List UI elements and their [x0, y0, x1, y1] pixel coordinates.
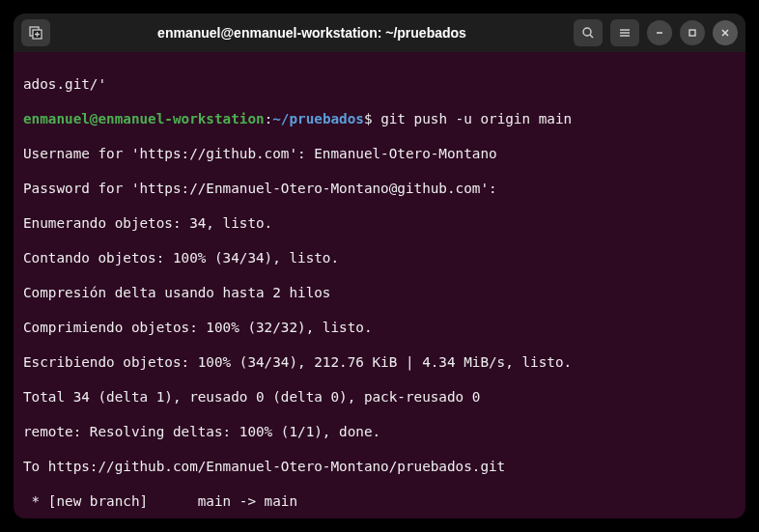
output-line: Total 34 (delta 1), reusado 0 (delta 0),… — [23, 388, 736, 406]
prompt-path: ~/pruebados — [272, 111, 364, 126]
output-line: Escribiendo objetos: 100% (34/34), 212.7… — [23, 353, 736, 371]
close-button[interactable] — [713, 20, 738, 45]
output-line: Username for 'https://github.com': Enman… — [23, 145, 736, 162]
prompt-line: enmanuel@enmanuel-workstation:~/pruebado… — [23, 110, 736, 127]
output-line: Contando objetos: 100% (34/34), listo. — [23, 249, 736, 266]
output-line: To https://github.com/Enmanuel-Otero-Mon… — [23, 458, 736, 475]
output-line: * [new branch] main -> main — [23, 492, 736, 510]
svg-line-3 — [590, 35, 593, 38]
svg-point-2 — [583, 28, 591, 36]
new-tab-icon — [29, 26, 42, 40]
output-line: Password for 'https://Enmanuel-Otero-Mon… — [23, 180, 736, 197]
hamburger-icon — [618, 26, 632, 40]
close-icon — [720, 28, 730, 38]
new-tab-button[interactable] — [21, 19, 50, 46]
output-line: remote: Resolving deltas: 100% (1/1), do… — [23, 423, 736, 440]
svg-rect-8 — [689, 30, 695, 36]
command-text: git push -u origin main — [373, 111, 573, 126]
output-line: Enumerando objetos: 34, listo. — [23, 214, 736, 232]
maximize-icon — [688, 28, 697, 38]
output-line: ados.git/' — [23, 75, 736, 93]
output-line: Comprimiendo objetos: 100% (32/32), list… — [23, 319, 736, 336]
minimize-icon — [655, 28, 664, 38]
output-line: Compresión delta usando hasta 2 hilos — [23, 284, 736, 301]
window-title: enmanuel@enmanuel-workstation: ~/pruebad… — [58, 25, 566, 41]
titlebar: enmanuel@enmanuel-workstation: ~/pruebad… — [14, 14, 745, 52]
minimize-button[interactable] — [647, 20, 672, 45]
menu-button[interactable] — [610, 19, 639, 46]
terminal-window: enmanuel@enmanuel-workstation: ~/pruebad… — [14, 14, 745, 518]
maximize-button[interactable] — [680, 20, 705, 45]
search-icon — [581, 26, 595, 40]
terminal-body[interactable]: ados.git/' enmanuel@enmanuel-workstation… — [14, 52, 745, 518]
prompt-user: enmanuel@enmanuel-workstation — [23, 111, 265, 126]
search-button[interactable] — [574, 19, 603, 46]
